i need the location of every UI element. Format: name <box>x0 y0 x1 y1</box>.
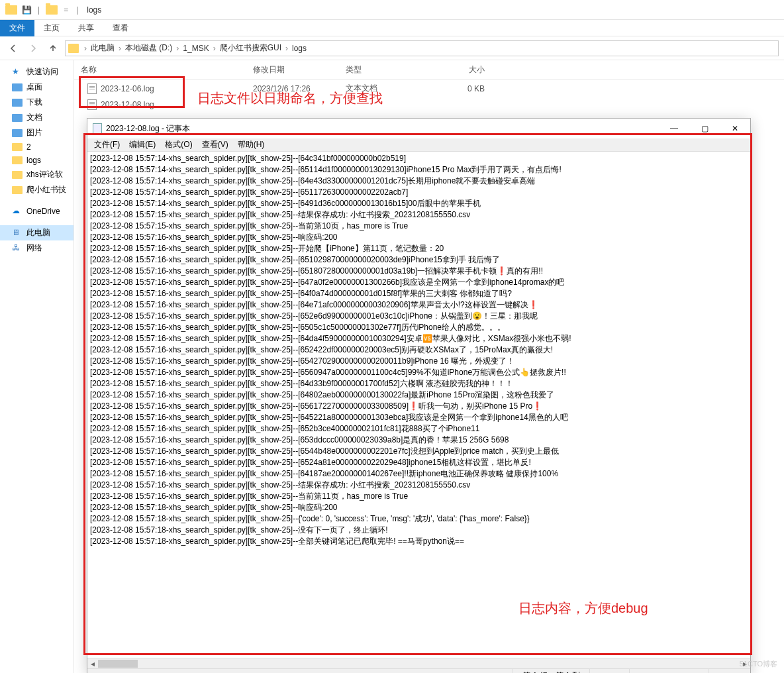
forward-icon[interactable] <box>25 40 41 56</box>
folder-icon <box>12 143 23 151</box>
log-line: [2023-12-08 15:57:15-xhs_search_spider.p… <box>90 221 748 232</box>
back-icon[interactable] <box>5 40 21 56</box>
minimize-button[interactable]: — <box>659 119 689 138</box>
log-line: [2023-12-08 15:57:15-xhs_search_spider.p… <box>90 209 748 221</box>
col-size[interactable]: 大小 <box>425 63 491 77</box>
sidebar-label: 网络 <box>26 242 42 254</box>
log-line: [2023-12-08 15:57:16-xhs_search_spider.p… <box>90 435 748 446</box>
sidebar-label: 桌面 <box>26 81 42 93</box>
col-name[interactable]: 名称 <box>74 63 246 77</box>
log-line: [2023-12-08 15:57:18-xhs_search_spider.p… <box>90 525 748 536</box>
ribbon-view[interactable]: 查看 <box>103 20 138 36</box>
log-line: [2023-12-08 15:57:16-xhs_search_spider.p… <box>90 266 748 277</box>
ribbon: 文件 主页 共享 查看 <box>0 20 784 36</box>
log-line: [2023-12-08 15:57:16-xhs_search_spider.p… <box>90 322 748 333</box>
sidebar-item[interactable]: 爬小红书技 <box>0 182 74 197</box>
sidebar-item[interactable]: logs <box>0 154 74 167</box>
folder-icon <box>12 83 23 91</box>
log-line: [2023-12-08 15:57:14-xhs_search_spider.p… <box>90 176 748 187</box>
log-line: [2023-12-08 15:57:16-xhs_search_spider.p… <box>90 491 748 502</box>
status-enc: UTF-8 <box>709 669 750 673</box>
close-button[interactable]: ✕ <box>720 119 750 138</box>
log-line: [2023-12-08 15:57:14-xhs_search_spider.p… <box>90 198 748 209</box>
sidebar-label: 此电脑 <box>26 227 50 238</box>
pc-icon: 🖥 <box>12 228 23 238</box>
log-line: [2023-12-08 15:57:16-xhs_search_spider.p… <box>90 423 748 435</box>
sidebar-item[interactable]: xhs评论软 <box>0 167 74 182</box>
up-icon[interactable] <box>45 40 61 56</box>
sidebar-item[interactable]: 🖧网络 <box>0 240 74 256</box>
folder-icon <box>12 99 23 107</box>
sidebar-item[interactable]: ★快速访问 <box>0 64 74 79</box>
sidebar-label: 爬小红书技 <box>26 184 66 195</box>
sidebar-item[interactable]: 2 <box>0 140 74 154</box>
notepad-icon <box>93 123 102 134</box>
sidebar-item[interactable]: 图片 <box>0 125 74 140</box>
col-date[interactable]: 修改日期 <box>246 63 339 77</box>
sidebar: ★快速访问桌面下载文档图片2logsxhs评论软爬小红书技☁OneDrive🖥此… <box>0 60 74 673</box>
log-line: [2023-12-08 15:57:16-xhs_search_spider.p… <box>90 401 748 412</box>
folder-icon <box>12 114 23 122</box>
sidebar-label: logs <box>26 156 41 165</box>
scroll-left-icon[interactable]: ◂ <box>87 658 98 669</box>
maximize-button[interactable]: ▢ <box>689 119 720 138</box>
menu-item[interactable]: 格式(O) <box>161 138 196 151</box>
sidebar-label: 快速访问 <box>26 66 58 78</box>
scrollbar-h[interactable]: ◂ ▸ <box>87 658 750 668</box>
breadcrumb[interactable]: › 此电脑› 本地磁盘 (D:)› 1_MSK› 爬小红书搜索GUI› logs <box>65 40 779 56</box>
sidebar-label: xhs评论软 <box>26 169 63 180</box>
log-line: [2023-12-08 15:57:16-xhs_search_spider.p… <box>90 480 748 491</box>
folder-icon <box>12 186 23 194</box>
sidebar-item[interactable]: ☁OneDrive <box>0 204 74 219</box>
notepad-titlebar[interactable]: 2023-12-08.log - 记事本 — ▢ ✕ <box>87 119 750 138</box>
scroll-thumb[interactable] <box>98 660 138 668</box>
explorer-titlebar: 💾 | = | logs <box>0 0 784 20</box>
sidebar-item[interactable]: 文档 <box>0 110 74 125</box>
notepad-window: 2023-12-08.log - 记事本 — ▢ ✕ 文件(F)编辑(E)格式(… <box>87 118 751 673</box>
file-row[interactable]: 2023-12-06.log2023/12/6 17:26文本文档0 KB <box>74 80 784 97</box>
annotation-text: 日志文件以日期命名，方便查找 <box>197 89 383 107</box>
status-pos: 第 1 行，第 1 列 <box>513 669 589 673</box>
log-line: [2023-12-08 15:57:16-xhs_search_spider.p… <box>90 378 748 389</box>
folder-icon <box>12 171 23 179</box>
log-line: [2023-12-08 15:57:18-xhs_search_spider.p… <box>90 513 748 525</box>
log-line: [2023-12-08 15:57:16-xhs_search_spider.p… <box>90 356 748 367</box>
star-icon: ★ <box>12 67 23 78</box>
sidebar-label: 图片 <box>26 127 42 138</box>
watermark: 51CTO博客 <box>740 659 777 669</box>
notepad-title: 2023-12-08.log - 记事本 <box>106 123 190 134</box>
log-line: [2023-12-08 15:57:16-xhs_search_spider.p… <box>90 288 748 299</box>
log-line: [2023-12-08 15:57:16-xhs_search_spider.p… <box>90 277 748 288</box>
menu-item[interactable]: 查看(V) <box>198 138 232 151</box>
file-row[interactable]: 2023-12-08.log <box>74 97 784 113</box>
notepad-menubar: 文件(F)编辑(E)格式(O)查看(V)帮助(H) <box>87 138 750 152</box>
navbar: › 此电脑› 本地磁盘 (D:)› 1_MSK› 爬小红书搜索GUI› logs <box>0 36 784 60</box>
log-line: [2023-12-08 15:57:16-xhs_search_spider.p… <box>90 367 748 378</box>
log-line: [2023-12-08 15:57:14-xhs_search_spider.p… <box>90 164 748 176</box>
log-line: [2023-12-08 15:57:16-xhs_search_spider.p… <box>90 254 748 266</box>
log-line: [2023-12-08 15:57:18-xhs_search_spider.p… <box>90 536 748 547</box>
log-line: [2023-12-08 15:57:16-xhs_search_spider.p… <box>90 412 748 423</box>
cloud-icon: ☁ <box>12 206 23 217</box>
menu-item[interactable]: 文件(F) <box>90 138 124 151</box>
log-line: [2023-12-08 15:57:16-xhs_search_spider.p… <box>90 446 748 457</box>
notepad-content[interactable]: [2023-12-08 15:57:14-xhs_search_spider.p… <box>87 152 750 658</box>
ribbon-file[interactable]: 文件 <box>0 20 34 36</box>
sidebar-label: 下载 <box>26 97 42 108</box>
log-line: [2023-12-08 15:57:16-xhs_search_spider.p… <box>90 333 748 344</box>
menu-item[interactable]: 帮助(H) <box>234 138 269 151</box>
ribbon-share[interactable]: 共享 <box>69 20 103 36</box>
ribbon-home[interactable]: 主页 <box>34 20 69 36</box>
status-eol: Windows (CRLF) <box>629 669 709 673</box>
notepad-status: 第 1 行，第 1 列 100% Windows (CRLF) UTF-8 <box>87 668 750 673</box>
save-icon[interactable]: 💾 <box>21 5 32 15</box>
sidebar-item[interactable]: 下载 <box>0 95 74 110</box>
sidebar-label: 文档 <box>26 112 42 123</box>
sidebar-item[interactable]: 桌面 <box>0 79 74 95</box>
log-line: [2023-12-08 15:57:14-xhs_search_spider.p… <box>90 187 748 198</box>
sidebar-item[interactable]: 🖥此电脑 <box>0 225 74 240</box>
col-type[interactable]: 类型 <box>339 63 425 77</box>
menu-item[interactable]: 编辑(E) <box>125 138 160 151</box>
log-line: [2023-12-08 15:57:16-xhs_search_spider.p… <box>90 299 748 311</box>
folder-icon <box>5 5 17 15</box>
